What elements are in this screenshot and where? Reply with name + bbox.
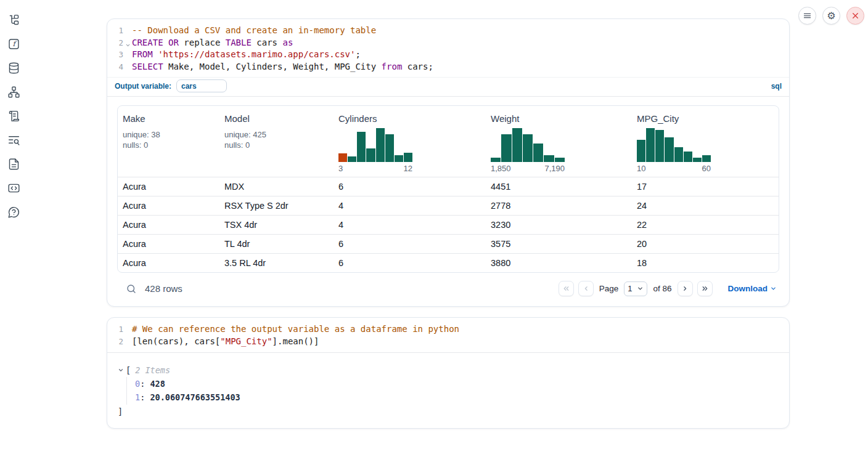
tree-items: 0: 428 1: 20.060747663551403 — [126, 377, 779, 405]
close-bracket: ] — [118, 405, 779, 418]
line-number: 4 — [107, 61, 123, 73]
line-number: 2 — [107, 336, 123, 348]
table-row[interactable]: Acura MDX 6 4451 17 — [118, 177, 779, 196]
histogram-bar — [366, 148, 375, 162]
code-line[interactable]: -- Download a CSV and create an in-memor… — [123, 25, 376, 37]
chevron-down-icon — [637, 285, 644, 292]
python-output-tree: [ 2 Items 0: 428 1: 20.060747663551403 ] — [107, 353, 789, 428]
fold-chevron-icon[interactable] — [125, 39, 131, 52]
language-badge[interactable]: sql — [771, 82, 782, 91]
cylinders-histogram: 3 12 — [338, 126, 412, 173]
column-header-weight[interactable]: Weight 1,850 7,190 — [486, 106, 632, 177]
next-page-button[interactable] — [678, 281, 693, 296]
column-header-model[interactable]: Model unique: 425 nulls: 0 — [219, 106, 334, 177]
scratchpad-icon[interactable] — [6, 108, 21, 123]
code-line[interactable]: FROM 'https://datasets.marimo.app/cars.c… — [123, 49, 361, 61]
logs-icon[interactable] — [6, 132, 21, 147]
python-cell: 1 # We can reference the output variable… — [107, 317, 790, 428]
sidebar: f — [6, 12, 21, 219]
snippets-icon[interactable] — [6, 180, 21, 195]
table-row[interactable]: Acura TL 4dr 6 3575 20 — [118, 234, 779, 253]
shutdown-button[interactable] — [846, 7, 864, 25]
cell-make: Acura — [118, 216, 219, 234]
table-footer: 428 rows Page 1 of 86 — [117, 273, 779, 306]
cell-model: 3.5 RL 4dr — [219, 254, 334, 272]
histogram-bar — [491, 158, 501, 163]
double-chevron-left-icon — [562, 285, 570, 293]
prev-page-button[interactable] — [578, 281, 594, 296]
svg-text:f: f — [12, 39, 17, 48]
python-code-editor[interactable]: 1 # We can reference the output variable… — [107, 318, 789, 352]
collapse-chevron-icon[interactable] — [118, 367, 124, 373]
settings-button[interactable]: ⚙ — [822, 7, 840, 25]
page-select[interactable]: 1 — [624, 281, 647, 296]
code-line[interactable]: SELECT Make, Model, Cylinders, Weight, M… — [123, 61, 433, 73]
cell-make: Acura — [118, 235, 219, 253]
cell-mpg-city: 17 — [632, 177, 779, 196]
help-icon[interactable] — [6, 204, 21, 219]
cell-weight: 3880 — [486, 254, 632, 272]
sql-cell: 1 -- Download a CSV and create an in-mem… — [107, 18, 790, 307]
table-row[interactable]: Acura TSX 4dr 4 3230 22 — [118, 215, 779, 234]
column-header-cylinders[interactable]: Cylinders 3 12 — [334, 106, 486, 177]
cell-cylinders: 4 — [334, 196, 486, 215]
cell-mpg-city: 24 — [632, 196, 779, 215]
column-header-mpg-city[interactable]: MPG_City 10 60 — [632, 106, 779, 177]
gear-icon: ⚙ — [827, 11, 835, 21]
dependency-graph-icon[interactable] — [6, 84, 21, 99]
histogram-bar — [395, 155, 403, 163]
histogram-bar — [674, 147, 683, 162]
histogram-bar — [523, 134, 533, 162]
first-page-button[interactable] — [559, 281, 574, 296]
histogram-bar — [693, 158, 702, 163]
sql-code-editor[interactable]: 1 -- Download a CSV and create an in-mem… — [107, 19, 789, 77]
last-page-button[interactable] — [697, 281, 713, 296]
cell-cylinders: 6 — [334, 177, 486, 196]
list-item: 0: 428 — [135, 377, 779, 391]
cell-model: MDX — [219, 177, 334, 196]
line-number: 1 — [107, 25, 123, 37]
nulls-stat: nulls: 0 — [123, 140, 215, 151]
hist-min-label: 1,850 — [491, 164, 511, 173]
cell-make: Acura — [118, 177, 219, 196]
cell-mpg-city: 22 — [632, 216, 779, 234]
cell-make: Acura — [118, 196, 219, 215]
page-label: Page — [598, 284, 620, 293]
code-line[interactable]: # We can reference the output variable a… — [123, 323, 459, 336]
histogram-bar — [348, 156, 356, 162]
table-row[interactable]: Acura RSX Type S 2dr 4 2778 24 — [118, 196, 779, 215]
weight-histogram: 1,850 7,190 — [491, 126, 565, 173]
cell-weight: 4451 — [486, 177, 632, 196]
cell-model: TSX 4dr — [219, 216, 334, 234]
cell-mpg-city: 20 — [632, 235, 779, 253]
column-header-make[interactable]: Make unique: 38 nulls: 0 — [118, 106, 219, 177]
line-number: 1 — [107, 323, 123, 336]
histogram-bar — [684, 152, 692, 162]
file-tree-icon[interactable] — [6, 12, 21, 27]
code-line[interactable]: CREATE OR replace TABLE cars as — [123, 37, 293, 49]
search-icon[interactable] — [126, 283, 137, 294]
menu-button[interactable] — [798, 7, 816, 25]
histogram-bar — [376, 128, 385, 162]
output-variable-input[interactable] — [176, 79, 227, 92]
hist-min-label: 3 — [338, 164, 343, 173]
cell-cylinders: 4 — [334, 216, 486, 234]
documentation-icon[interactable] — [6, 156, 21, 171]
histogram-bar — [544, 155, 554, 163]
page-total-label: of 86 — [652, 284, 673, 293]
code-line[interactable]: [len(cars), cars["MPG_City"].mean()] — [123, 336, 319, 348]
database-icon[interactable] — [6, 60, 21, 75]
download-button[interactable]: Download — [728, 284, 777, 293]
variables-icon[interactable]: f — [6, 36, 21, 51]
histogram-bar — [637, 140, 645, 162]
topbar: ⚙ — [798, 7, 864, 25]
cell-weight: 3230 — [486, 216, 632, 234]
nulls-stat: nulls: 0 — [224, 140, 329, 151]
cell-model: TL 4dr — [219, 235, 334, 253]
hist-max-label: 12 — [404, 164, 412, 173]
histogram-bar — [501, 134, 511, 162]
table-row[interactable]: Acura 3.5 RL 4dr 6 3880 18 — [118, 253, 779, 272]
row-count: 428 rows — [145, 283, 182, 294]
cell-model: RSX Type S 2dr — [219, 196, 334, 215]
chevron-left-icon — [582, 285, 590, 293]
